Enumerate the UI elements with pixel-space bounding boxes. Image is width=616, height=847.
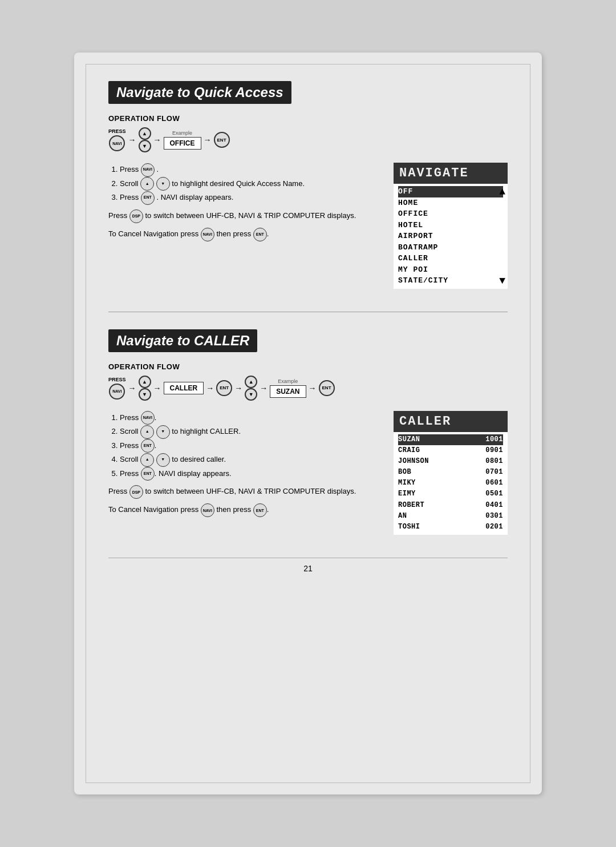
navigate-screen-body: ▲ OFF HOME OFFICE HOTEL AIRPORT BOATRAMP…: [394, 184, 508, 289]
section-quick-access: Navigate to Quick Access OPERATION FLOW …: [108, 81, 508, 289]
operation-flow-label-2: OPERATION FLOW: [108, 362, 508, 371]
caller-name-toshi: TOSHI: [398, 522, 420, 533]
up-btn-3[interactable]: ▲: [245, 376, 257, 388]
caller-num-craig: 0901: [485, 445, 503, 456]
caller-row-suzan: SUZAN 1001: [398, 434, 503, 445]
caller-name-bob: BOB: [398, 467, 411, 478]
caller-screen-body: SUZAN 1001 CRAIG 0901 JOHNSON 0801 BOB 0…: [394, 432, 508, 535]
press-label-2: PRESS: [108, 377, 126, 382]
scroll-up-arrow: ▲: [499, 186, 505, 197]
caller-num-toshi: 0201: [485, 522, 503, 533]
ent-inline-1: ENT: [141, 191, 155, 205]
arrow-4: →: [128, 384, 136, 393]
caller-row-miky: MIKY 0601: [398, 478, 503, 489]
caller-row-toshi: TOSHI 0201: [398, 522, 503, 533]
instructions-1: Press NAVI . Scroll ▲ ▼ to highlight des…: [108, 163, 382, 289]
navi-inline-2: NAVI: [141, 411, 155, 425]
step-1-3: Press ENT . NAVI display appears.: [120, 191, 382, 205]
ent-button-1[interactable]: ENT: [214, 132, 230, 148]
nav-item-airport: AIRPORT: [398, 231, 503, 242]
arrow-1: →: [128, 135, 136, 144]
cancel-note-2: To Cancel Navigation press NAVI then pre…: [108, 503, 382, 517]
nav-item-off: OFF: [398, 186, 503, 197]
navigate-screen-title: NAVIGATE: [394, 163, 508, 184]
nav-item-hotel: HOTEL: [398, 220, 503, 231]
flow-box-suzan: SUZAN: [270, 385, 306, 398]
section2-title: Navigate to CALLER: [108, 329, 257, 352]
caller-row-johnson: JOHNSON 0801: [398, 456, 503, 467]
caller-row-bob: BOB 0701: [398, 467, 503, 478]
example-group-1: Example OFFICE: [164, 130, 201, 150]
nav-item-mypoi: MY POI: [398, 264, 503, 276]
down-inline-1: ▼: [156, 177, 170, 191]
arrow-5: →: [153, 384, 161, 393]
caller-row-craig: CRAIG 0901: [398, 445, 503, 456]
caller-name-an: AN: [398, 511, 407, 522]
step-1-2: Scroll ▲ ▼ to highlight desired Quick Ac…: [120, 177, 382, 191]
down-inline-3: ▼: [156, 453, 170, 467]
press-label-1: PRESS: [108, 128, 126, 134]
navi-inline-1: NAVI: [141, 163, 155, 177]
nav-item-caller: CALLER: [398, 253, 503, 264]
arrow-8: →: [260, 384, 268, 393]
caller-name-craig: CRAIG: [398, 445, 420, 456]
step-1-1: Press NAVI .: [120, 163, 382, 177]
up-btn-1[interactable]: ▲: [139, 127, 151, 140]
arrow-2: →: [153, 135, 161, 144]
caller-name-suzan: SUZAN: [398, 434, 420, 445]
arrow-6: →: [206, 384, 214, 393]
caller-row-robert: ROBERT 0401: [398, 500, 503, 511]
down-inline-2: ▼: [156, 425, 170, 439]
flow-diagram-1: PRESS NAVI → ▲ ▼ → Example OFFICE → ENT: [108, 127, 508, 152]
scroll-down-arrow: ▼: [499, 275, 505, 287]
arrow-9: →: [309, 384, 317, 393]
content-area-2: Press NAVI. Scroll ▲ ▼ to highlight CALL…: [108, 411, 508, 535]
ent-inline-cancel-2: ENT: [253, 503, 267, 517]
navi-button-1[interactable]: NAVI: [109, 135, 125, 151]
up-inline-1: ▲: [140, 177, 154, 191]
flow-box-office: OFFICE: [164, 137, 201, 150]
flow-diagram-2: PRESS NAVI → ▲ ▼ → CALLER → ENT → ▲ ▼ → …: [108, 376, 508, 401]
down-btn-3[interactable]: ▼: [245, 388, 257, 401]
dsp-inline-1: DSP: [129, 209, 143, 223]
caller-num-eimy: 0501: [485, 489, 503, 499]
step-2-3: Press ENT.: [120, 439, 382, 453]
nav-item-office: OFFICE: [398, 208, 503, 220]
step-2-2: Scroll ▲ ▼ to highlight CALLER.: [120, 425, 382, 439]
up-down-2: ▲ ▼: [139, 376, 151, 401]
ent-button-3[interactable]: ENT: [319, 380, 335, 396]
instructions-2: Press NAVI. Scroll ▲ ▼ to highlight CALL…: [108, 411, 382, 535]
ent-button-2[interactable]: ENT: [216, 380, 232, 396]
down-btn-2[interactable]: ▼: [139, 388, 151, 401]
dsp-note-1: Press DSP to switch between UHF-CB, NAVI…: [108, 209, 382, 223]
caller-name-eimy: EIMY: [398, 489, 416, 499]
section1-title: Navigate to Quick Access: [108, 81, 291, 104]
down-btn-1[interactable]: ▼: [139, 140, 151, 152]
caller-num-miky: 0601: [485, 478, 503, 489]
up-inline-3: ▲: [140, 453, 154, 467]
page: Navigate to Quick Access OPERATION FLOW …: [74, 53, 542, 794]
page-number: 21: [108, 558, 508, 573]
step-2-5: Press ENT. NAVI display appears.: [120, 467, 382, 481]
caller-row-an: AN 0301: [398, 511, 503, 522]
section-caller: Navigate to CALLER OPERATION FLOW PRESS …: [108, 329, 508, 535]
nav-item-boatramp: BOATRAMP: [398, 242, 503, 253]
navigate-display: NAVIGATE ▲ OFF HOME OFFICE HOTEL AIRPORT…: [394, 163, 508, 289]
caller-screen-title: CALLER: [394, 411, 508, 432]
up-inline-2: ▲: [140, 425, 154, 439]
nav-item-home: HOME: [398, 197, 503, 209]
navi-button-2[interactable]: NAVI: [109, 384, 125, 400]
caller-num-robert: 0401: [485, 500, 503, 511]
divider: [108, 312, 508, 312]
step-2-4: Scroll ▲ ▼ to desired caller.: [120, 453, 382, 467]
flow-box-caller: CALLER: [164, 382, 204, 394]
caller-row-eimy: EIMY 0501: [398, 489, 503, 499]
example-label-1: Example: [172, 130, 192, 136]
caller-name-robert: ROBERT: [398, 500, 424, 511]
caller-num-bob: 0701: [485, 467, 503, 478]
up-down-1: ▲ ▼: [139, 127, 151, 152]
caller-name-johnson: JOHNSON: [398, 456, 429, 467]
steps-list-1: Press NAVI . Scroll ▲ ▼ to highlight des…: [108, 163, 382, 205]
up-btn-2[interactable]: ▲: [139, 376, 151, 388]
ent-inline-3: ENT: [141, 467, 155, 481]
